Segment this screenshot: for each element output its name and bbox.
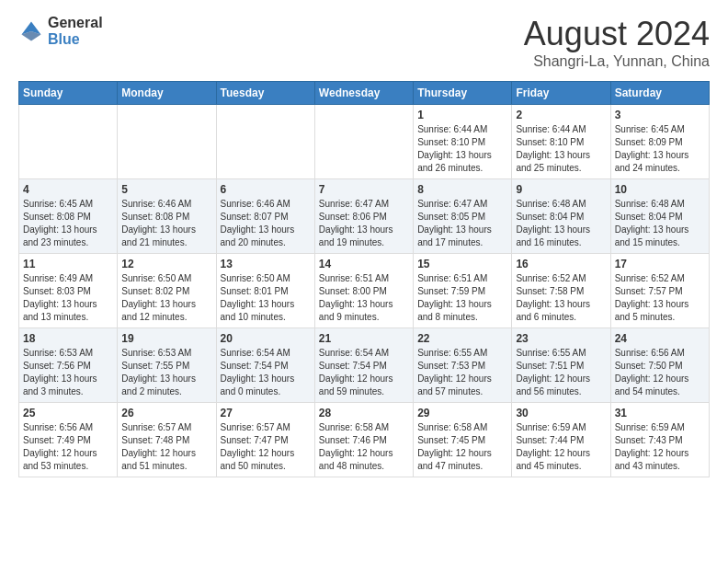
- day-number: 2: [516, 109, 606, 121]
- calendar-cell: 31Sunrise: 6:59 AM Sunset: 7:43 PM Dayli…: [610, 403, 709, 477]
- calendar-cell: 6Sunrise: 6:46 AM Sunset: 8:07 PM Daylig…: [216, 179, 314, 254]
- day-info: Sunrise: 6:47 AM Sunset: 8:05 PM Dayligh…: [417, 198, 507, 249]
- day-number: 8: [417, 183, 507, 196]
- day-number: 23: [516, 332, 606, 345]
- calendar-cell: 8Sunrise: 6:47 AM Sunset: 8:05 PM Daylig…: [414, 179, 512, 254]
- calendar-cell: [216, 105, 314, 179]
- day-number: 3: [615, 109, 705, 121]
- logo-text: General Blue: [48, 15, 103, 47]
- col-header-thursday: Thursday: [414, 82, 512, 105]
- day-info: Sunrise: 6:55 AM Sunset: 7:51 PM Dayligh…: [516, 347, 606, 398]
- day-info: Sunrise: 6:48 AM Sunset: 8:04 PM Dayligh…: [516, 198, 606, 249]
- logo-icon: [18, 18, 44, 44]
- col-header-friday: Friday: [512, 82, 610, 105]
- calendar-cell: 12Sunrise: 6:50 AM Sunset: 8:02 PM Dayli…: [118, 254, 216, 328]
- day-number: 11: [23, 258, 113, 270]
- day-number: 28: [319, 407, 409, 419]
- day-info: Sunrise: 6:50 AM Sunset: 8:01 PM Dayligh…: [221, 272, 311, 324]
- day-number: 27: [221, 407, 311, 419]
- day-info: Sunrise: 6:51 AM Sunset: 7:59 PM Dayligh…: [417, 272, 507, 324]
- day-number: 7: [319, 183, 409, 196]
- day-number: 14: [319, 258, 409, 270]
- calendar-cell: 21Sunrise: 6:54 AM Sunset: 7:54 PM Dayli…: [314, 328, 413, 403]
- calendar-cell: 14Sunrise: 6:51 AM Sunset: 8:00 PM Dayli…: [314, 254, 413, 328]
- calendar-cell: 19Sunrise: 6:53 AM Sunset: 7:55 PM Dayli…: [118, 328, 216, 403]
- calendar-cell: 16Sunrise: 6:52 AM Sunset: 7:58 PM Dayli…: [512, 254, 610, 328]
- day-info: Sunrise: 6:57 AM Sunset: 7:48 PM Dayligh…: [121, 421, 211, 473]
- calendar-title: August 2024: [524, 15, 710, 53]
- calendar-cell: 26Sunrise: 6:57 AM Sunset: 7:48 PM Dayli…: [118, 403, 216, 477]
- day-info: Sunrise: 6:50 AM Sunset: 8:02 PM Dayligh…: [121, 272, 211, 324]
- calendar-cell: 17Sunrise: 6:52 AM Sunset: 7:57 PM Dayli…: [610, 254, 709, 328]
- day-number: 29: [417, 407, 507, 419]
- day-number: 20: [221, 332, 311, 345]
- day-number: 12: [121, 258, 211, 270]
- col-header-saturday: Saturday: [610, 82, 709, 105]
- day-info: Sunrise: 6:53 AM Sunset: 7:56 PM Dayligh…: [23, 347, 113, 398]
- calendar-subtitle: Shangri-La, Yunnan, China: [524, 53, 710, 70]
- calendar-cell: 29Sunrise: 6:58 AM Sunset: 7:45 PM Dayli…: [414, 403, 512, 477]
- calendar-week-row: 11Sunrise: 6:49 AM Sunset: 8:03 PM Dayli…: [19, 254, 710, 328]
- calendar-week-row: 18Sunrise: 6:53 AM Sunset: 7:56 PM Dayli…: [19, 328, 710, 403]
- day-number: 5: [121, 183, 211, 196]
- col-header-tuesday: Tuesday: [216, 82, 314, 105]
- day-number: 10: [615, 183, 705, 196]
- calendar-cell: [19, 105, 118, 179]
- day-info: Sunrise: 6:56 AM Sunset: 7:50 PM Dayligh…: [615, 347, 705, 398]
- day-info: Sunrise: 6:46 AM Sunset: 8:07 PM Dayligh…: [221, 198, 311, 249]
- calendar-cell: 9Sunrise: 6:48 AM Sunset: 8:04 PM Daylig…: [512, 179, 610, 254]
- day-info: Sunrise: 6:52 AM Sunset: 7:58 PM Dayligh…: [516, 272, 606, 324]
- calendar-week-row: 25Sunrise: 6:56 AM Sunset: 7:49 PM Dayli…: [19, 403, 710, 477]
- day-number: 16: [516, 258, 606, 270]
- page-header: General Blue August 2024 Shangri-La, Yun…: [18, 15, 710, 70]
- calendar-cell: 28Sunrise: 6:58 AM Sunset: 7:46 PM Dayli…: [314, 403, 413, 477]
- day-number: 22: [417, 332, 507, 345]
- calendar-cell: 7Sunrise: 6:47 AM Sunset: 8:06 PM Daylig…: [314, 179, 413, 254]
- day-info: Sunrise: 6:51 AM Sunset: 8:00 PM Dayligh…: [319, 272, 409, 324]
- calendar-cell: [118, 105, 216, 179]
- calendar-header-row: SundayMondayTuesdayWednesdayThursdayFrid…: [19, 82, 710, 105]
- day-info: Sunrise: 6:53 AM Sunset: 7:55 PM Dayligh…: [121, 347, 211, 398]
- calendar-cell: 25Sunrise: 6:56 AM Sunset: 7:49 PM Dayli…: [19, 403, 118, 477]
- day-number: 21: [319, 332, 409, 345]
- day-info: Sunrise: 6:59 AM Sunset: 7:43 PM Dayligh…: [615, 421, 705, 473]
- calendar-cell: 27Sunrise: 6:57 AM Sunset: 7:47 PM Dayli…: [216, 403, 314, 477]
- day-number: 26: [121, 407, 211, 419]
- title-block: August 2024 Shangri-La, Yunnan, China: [524, 15, 710, 70]
- day-info: Sunrise: 6:45 AM Sunset: 8:08 PM Dayligh…: [23, 198, 113, 249]
- day-info: Sunrise: 6:52 AM Sunset: 7:57 PM Dayligh…: [615, 272, 705, 324]
- calendar-cell: 13Sunrise: 6:50 AM Sunset: 8:01 PM Dayli…: [216, 254, 314, 328]
- day-info: Sunrise: 6:54 AM Sunset: 7:54 PM Dayligh…: [319, 347, 409, 398]
- day-number: 25: [23, 407, 113, 419]
- day-info: Sunrise: 6:47 AM Sunset: 8:06 PM Dayligh…: [319, 198, 409, 249]
- calendar-cell: 15Sunrise: 6:51 AM Sunset: 7:59 PM Dayli…: [414, 254, 512, 328]
- day-info: Sunrise: 6:55 AM Sunset: 7:53 PM Dayligh…: [417, 347, 507, 398]
- calendar-cell: 11Sunrise: 6:49 AM Sunset: 8:03 PM Dayli…: [19, 254, 118, 328]
- calendar-cell: 20Sunrise: 6:54 AM Sunset: 7:54 PM Dayli…: [216, 328, 314, 403]
- day-number: 1: [417, 109, 507, 121]
- col-header-monday: Monday: [118, 82, 216, 105]
- col-header-sunday: Sunday: [19, 82, 118, 105]
- day-info: Sunrise: 6:59 AM Sunset: 7:44 PM Dayligh…: [516, 421, 606, 473]
- col-header-wednesday: Wednesday: [314, 82, 413, 105]
- calendar-cell: 10Sunrise: 6:48 AM Sunset: 8:04 PM Dayli…: [610, 179, 709, 254]
- day-info: Sunrise: 6:48 AM Sunset: 8:04 PM Dayligh…: [615, 198, 705, 249]
- day-number: 6: [221, 183, 311, 196]
- day-info: Sunrise: 6:57 AM Sunset: 7:47 PM Dayligh…: [221, 421, 311, 473]
- calendar-cell: 1Sunrise: 6:44 AM Sunset: 8:10 PM Daylig…: [414, 105, 512, 179]
- calendar-cell: 5Sunrise: 6:46 AM Sunset: 8:08 PM Daylig…: [118, 179, 216, 254]
- calendar-cell: 30Sunrise: 6:59 AM Sunset: 7:44 PM Dayli…: [512, 403, 610, 477]
- calendar-cell: 4Sunrise: 6:45 AM Sunset: 8:08 PM Daylig…: [19, 179, 118, 254]
- calendar-week-row: 4Sunrise: 6:45 AM Sunset: 8:08 PM Daylig…: [19, 179, 710, 254]
- day-number: 19: [121, 332, 211, 345]
- day-info: Sunrise: 6:49 AM Sunset: 8:03 PM Dayligh…: [23, 272, 113, 324]
- logo: General Blue: [18, 15, 103, 47]
- day-number: 9: [516, 183, 606, 196]
- calendar-cell: [314, 105, 413, 179]
- day-info: Sunrise: 6:56 AM Sunset: 7:49 PM Dayligh…: [23, 421, 113, 473]
- day-info: Sunrise: 6:46 AM Sunset: 8:08 PM Dayligh…: [121, 198, 211, 249]
- day-number: 24: [615, 332, 705, 345]
- day-number: 31: [615, 407, 705, 419]
- day-info: Sunrise: 6:44 AM Sunset: 8:10 PM Dayligh…: [516, 123, 606, 175]
- day-info: Sunrise: 6:54 AM Sunset: 7:54 PM Dayligh…: [221, 347, 311, 398]
